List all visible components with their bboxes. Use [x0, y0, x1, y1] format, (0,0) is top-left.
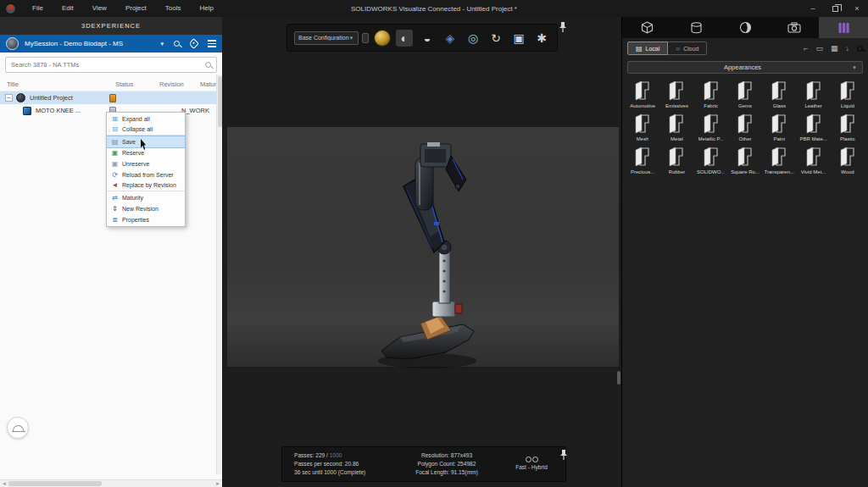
appearance-folder[interactable]: Glass	[762, 80, 796, 108]
hamburger-menu-icon[interactable]	[208, 43, 216, 45]
scroll-left-arrow[interactable]: ◄	[2, 481, 7, 486]
model-icon[interactable]: ◈	[442, 30, 459, 47]
menu-reload-from-server[interactable]: ⟳ Reload from Server	[107, 169, 185, 180]
tab-cameras[interactable]	[770, 17, 819, 38]
appearance-folder[interactable]: Mesh	[626, 113, 659, 141]
help-assistant-button[interactable]	[7, 417, 29, 439]
prosthetic-leg-model[interactable]	[373, 142, 487, 379]
appearance-folder[interactable]: Vivid Met...	[796, 146, 830, 174]
local-toggle[interactable]: ▤ Local	[627, 42, 668, 55]
compass-dome-icon	[13, 425, 24, 431]
appearance-filter-icon[interactable]	[375, 30, 390, 46]
search-icon[interactable]	[174, 41, 180, 47]
appearance-folder[interactable]: Metal	[659, 113, 693, 141]
compare-split-icon[interactable]: ◐	[396, 30, 413, 47]
session-bar[interactable]: MySession - Demo Biodapt - MS ▾	[0, 35, 222, 53]
menu-bar-item[interactable]: View	[83, 0, 116, 17]
cloud-toggle[interactable]: ○ Cloud	[668, 42, 707, 55]
menu-expand-all[interactable]: ⊞ Expand all	[107, 113, 185, 125]
folder-icon	[665, 80, 687, 102]
menu-collapse-all[interactable]: ⊟ Collapse all	[107, 125, 185, 136]
folder-icon	[837, 80, 859, 102]
turntable-icon[interactable]: ↻	[487, 30, 504, 47]
appearance-folder[interactable]: Other	[728, 113, 762, 141]
menu-new-revision[interactable]: ⇕ New Revision	[107, 203, 185, 214]
appearance-folder[interactable]: PBR Mate...	[796, 113, 830, 141]
panel-view-icon[interactable]: ▭	[815, 44, 823, 53]
menu-properties[interactable]: ≣ Properties	[107, 214, 185, 225]
tree-item-label: MOTO KNEE ...	[36, 107, 81, 114]
vertical-scrollbar[interactable]	[216, 75, 222, 474]
tab-models[interactable]	[622, 17, 671, 38]
column-title[interactable]: Title	[7, 80, 115, 88]
pin-icon[interactable]	[559, 449, 568, 461]
appearance-folder[interactable]: Plastic	[831, 113, 865, 141]
appearance-folder[interactable]: Gems	[728, 80, 762, 108]
tab-library[interactable]	[819, 17, 868, 38]
folder-icon	[632, 113, 654, 135]
scroll-right-arrow[interactable]: ►	[215, 481, 220, 486]
appearance-folder[interactable]: Transparen...	[762, 146, 796, 174]
dock-icon[interactable]: ⌐	[804, 44, 808, 53]
menu-save[interactable]: ▤ Save	[107, 136, 185, 147]
close-button[interactable]: ×	[846, 0, 868, 17]
appearance-folder[interactable]: Paint	[762, 113, 796, 141]
appearance-folder[interactable]: Fabric	[694, 80, 728, 108]
render-viewport[interactable]: Base Configuration ▼ ◐◒◈◎↻▣✱ Passes: 229…	[222, 17, 621, 487]
palette-tabs	[622, 17, 868, 38]
appearance-folder[interactable]: Wood	[831, 146, 865, 174]
appearance-folder[interactable]: SOLIDWO...	[694, 146, 728, 174]
menu-unreserve[interactable]: ▣ Unreserve	[107, 158, 185, 169]
environment-icon[interactable]: ◒	[419, 30, 436, 47]
menu-bar-item[interactable]: Help	[190, 0, 222, 17]
horizontal-scrollbar[interactable]: ◄ ►	[0, 479, 222, 487]
appearance-folder[interactable]: Liquid	[831, 80, 865, 108]
tag-icon[interactable]	[190, 40, 198, 47]
appearance-folder[interactable]: Square Ro...	[728, 146, 762, 174]
render-canvas[interactable]	[227, 127, 619, 367]
pin-icon[interactable]	[559, 21, 567, 33]
column-status[interactable]: Status	[115, 80, 159, 88]
tab-appearances[interactable]	[671, 17, 721, 38]
camera-views-icon[interactable]: ▣	[510, 30, 527, 47]
search-input[interactable]	[11, 61, 205, 69]
folder-icon	[665, 113, 687, 135]
chevron-down-icon: ▼	[852, 65, 857, 70]
appearance-folder[interactable]: Emissives	[659, 80, 693, 108]
aperture-icon[interactable]: ✱	[533, 30, 550, 47]
collapse-expander-icon[interactable]: −	[5, 94, 13, 102]
sort-icon[interactable]: ↓	[846, 44, 850, 53]
appearance-folder[interactable]: Leather	[796, 80, 830, 108]
configuration-options-button[interactable]	[362, 33, 370, 43]
search-icon[interactable]	[205, 62, 211, 68]
column-revision[interactable]: Revision	[159, 80, 200, 88]
grid-view-icon[interactable]: ▦	[831, 44, 838, 53]
restore-button[interactable]	[824, 0, 846, 17]
chevron-down-icon[interactable]: ▾	[160, 41, 164, 47]
passes-total: 1000	[330, 452, 342, 458]
menu-maturity[interactable]: ⇄ Maturity	[107, 192, 185, 203]
render-preview-icon[interactable]: ◎	[465, 30, 481, 47]
configuration-label: Base Configuration	[298, 35, 349, 41]
panel-divider-handle[interactable]	[617, 371, 620, 385]
menu-bar-item[interactable]: Tools	[156, 0, 191, 17]
library-search-icon[interactable]	[857, 46, 863, 52]
library-category-dropdown[interactable]: Appearances ▼	[627, 61, 863, 74]
minimize-button[interactable]: –	[802, 0, 824, 17]
menu-replace-by-revision[interactable]: ◄ Replace by Revision	[107, 180, 185, 191]
tab-environments[interactable]	[721, 17, 770, 38]
denoiser-icon[interactable]	[498, 457, 565, 462]
menu-bar-item[interactable]: Edit	[53, 0, 83, 17]
menu-bar-item[interactable]: Project	[116, 0, 156, 17]
avatar[interactable]	[6, 37, 19, 50]
configuration-dropdown[interactable]: Base Configuration ▼	[294, 31, 359, 45]
menu-reserve[interactable]: ▣ Reserve	[107, 147, 185, 158]
appearance-folder[interactable]: Automotive	[626, 80, 659, 108]
appearance-folder[interactable]: Metallic P...	[694, 113, 728, 141]
folder-icon	[803, 80, 825, 102]
tree-row-untitled-project[interactable]: − Untitled Project	[0, 91, 222, 104]
drive-icon: ▤	[636, 45, 643, 53]
appearance-folder[interactable]: Rubber	[659, 146, 693, 174]
appearance-folder[interactable]: Precious...	[626, 146, 659, 174]
menu-bar-item[interactable]: File	[23, 0, 53, 17]
